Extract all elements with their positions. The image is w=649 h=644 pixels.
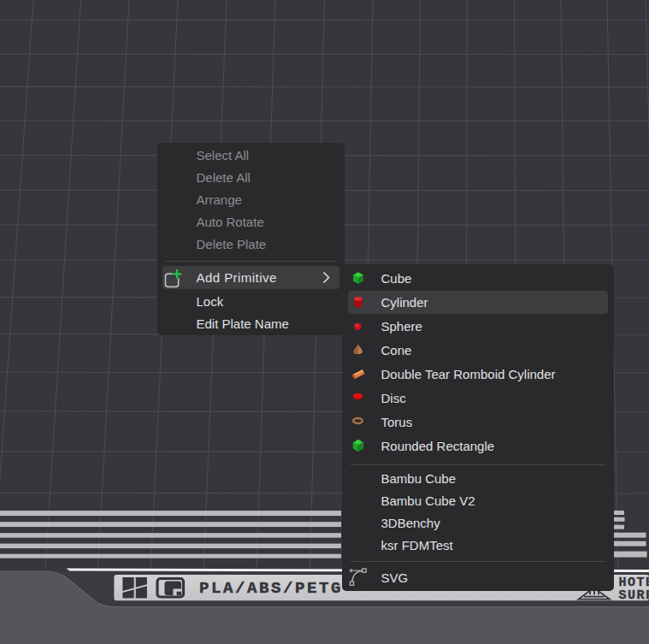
svg-text:SURF: SURF xyxy=(619,588,649,603)
svg-text:PLA/ABS/PETG: PLA/ABS/PETG xyxy=(199,579,343,598)
